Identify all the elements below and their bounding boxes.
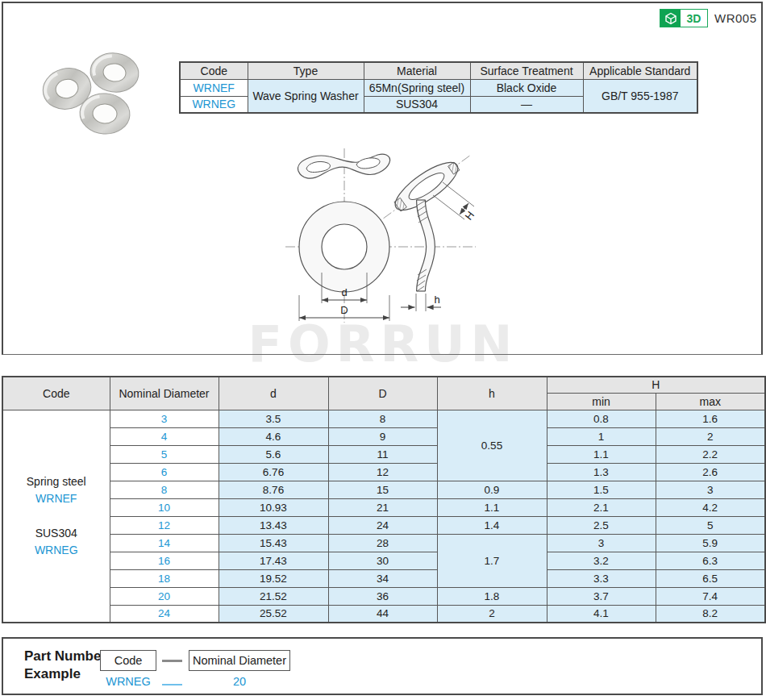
spec-header-surface-treatment: Surface Treatment xyxy=(470,62,583,79)
nominal-diameter-box: Nominal Diameter xyxy=(189,650,290,671)
h-max-cell: 4.2 xyxy=(656,498,765,516)
dim-header-h: h xyxy=(437,377,547,410)
spec-table: Code Type Material Surface Treatment App… xyxy=(179,61,698,114)
nominal-cell[interactable]: 3 xyxy=(110,410,219,427)
spec-standard-cell: GB/T 955-1987 xyxy=(583,79,697,113)
h-min-cell: 3.3 xyxy=(547,569,656,587)
nominal-cell[interactable]: 4 xyxy=(110,427,219,445)
dim-label-H: H xyxy=(463,209,477,223)
table-row: 16 17.43 30 3.2 6.3 xyxy=(2,552,765,569)
perspective-view: H xyxy=(389,155,477,223)
spec-header-row: Code Type Material Surface Treatment App… xyxy=(180,62,697,79)
d-cell: 5.6 xyxy=(219,445,328,463)
h-cell: 0.9 xyxy=(437,481,547,498)
h-min-cell: 1.3 xyxy=(547,463,656,481)
h-min-cell: 0.8 xyxy=(547,410,656,427)
h-min-cell: 3.2 xyxy=(547,552,656,569)
D-cell: 36 xyxy=(328,587,437,605)
spec-header-material: Material xyxy=(364,62,470,79)
dim-header-nominal-diameter: Nominal Diameter xyxy=(110,377,219,410)
h-min-cell: 2.5 xyxy=(547,516,656,534)
spec-type-cell: Wave Spring Washer xyxy=(248,79,364,113)
nominal-cell[interactable]: 10 xyxy=(110,498,219,516)
d-cell: 15.43 xyxy=(219,534,328,552)
spec-header-type: Type xyxy=(248,62,364,79)
table-row: 8 8.76 15 0.9 1.5 3 xyxy=(2,481,765,498)
nominal-cell[interactable]: 8 xyxy=(110,481,219,498)
dim-header-row-1: Code Nominal Diameter d D h H xyxy=(2,377,765,393)
spec-code-wrneg[interactable]: WRNEG xyxy=(180,96,248,113)
table-row: 10 10.93 21 1.1 2.1 4.2 xyxy=(2,498,765,516)
dim-label-h: h xyxy=(434,294,439,306)
wave-profile-view xyxy=(298,154,390,178)
code-box: Code xyxy=(100,650,156,671)
nominal-cell[interactable]: 20 xyxy=(110,587,219,605)
D-cell: 9 xyxy=(328,427,437,445)
code-material-1: Spring steel xyxy=(6,473,107,490)
d-cell: 25.52 xyxy=(219,605,328,623)
table-row: 24 25.52 44 2 4.1 8.2 xyxy=(2,605,765,623)
h-cell: 2 xyxy=(437,605,547,623)
spec-surface-treatment-1: Black Oxide xyxy=(470,79,583,96)
spec-surface-treatment-2: — xyxy=(470,96,583,113)
nominal-cell[interactable]: 18 xyxy=(110,569,219,587)
h-min-cell: 3 xyxy=(547,534,656,552)
code-wrnef: WRNEF xyxy=(6,490,107,507)
h-max-cell: 5.9 xyxy=(656,534,765,552)
D-cell: 44 xyxy=(328,605,437,623)
d-cell: 6.76 xyxy=(219,463,328,481)
dim-header-H-min: min xyxy=(547,393,656,410)
h-max-cell: 2.6 xyxy=(656,463,765,481)
code-summary-cell: Spring steel WRNEF SUS304 WRNEG xyxy=(2,410,110,623)
dim-header-H-max: max xyxy=(656,393,765,410)
cube-3d-icon xyxy=(660,10,681,27)
nominal-cell[interactable]: 6 xyxy=(110,463,219,481)
side-section-view: h xyxy=(401,200,441,311)
d-cell: 21.52 xyxy=(219,587,328,605)
nominal-cell[interactable]: 16 xyxy=(110,552,219,569)
table-row: 12 13.43 24 1.4 2.5 5 xyxy=(2,516,765,534)
D-cell: 11 xyxy=(328,445,437,463)
h-max-cell: 1.6 xyxy=(656,410,765,427)
h-cell: 1.8 xyxy=(437,587,547,605)
D-cell: 12 xyxy=(328,463,437,481)
table-row: 20 21.52 36 1.8 3.7 7.4 xyxy=(2,587,765,605)
spec-header-applicable-standard: Applicable Standard xyxy=(583,62,697,79)
table-row: 4 4.6 9 1 2 xyxy=(2,427,765,445)
table-row: 14 15.43 28 1.7 3 5.9 xyxy=(2,534,765,552)
d-cell: 17.43 xyxy=(219,552,328,569)
nominal-cell[interactable]: 24 xyxy=(110,605,219,623)
h-max-cell: 6.5 xyxy=(656,569,765,587)
D-cell: 34 xyxy=(328,569,437,587)
spec-code-wrnef[interactable]: WRNEF xyxy=(180,79,248,96)
spec-row-wrnef: WRNEF Wave Spring Washer 65Mn(Spring ste… xyxy=(180,79,697,96)
D-cell: 28 xyxy=(328,534,437,552)
view-3d-badge[interactable]: 3D xyxy=(660,9,708,27)
D-cell: 15 xyxy=(328,481,437,498)
code-cell-spacer xyxy=(6,507,107,525)
nominal-cell[interactable]: 5 xyxy=(110,445,219,463)
d-cell: 19.52 xyxy=(219,569,328,587)
part-number-example-title: Part Number Example xyxy=(24,648,106,683)
code-wrneg: WRNEG xyxy=(6,542,107,559)
d-cell: 4.6 xyxy=(219,427,328,445)
dash-connector xyxy=(162,660,182,662)
part-number-title-line-2: Example xyxy=(24,665,106,683)
h-min-cell: 3.7 xyxy=(547,587,656,605)
D-cell: 21 xyxy=(328,498,437,516)
h-min-cell: 1.5 xyxy=(547,481,656,498)
dim-label-d: d xyxy=(341,286,347,298)
nominal-cell[interactable]: 14 xyxy=(110,534,219,552)
nominal-cell[interactable]: 12 xyxy=(110,516,219,534)
dim-header-d: d xyxy=(219,377,328,410)
spec-material-2: SUS304 xyxy=(364,96,470,113)
code-material-2: SUS304 xyxy=(6,525,107,542)
part-number-example-section: Part Number Example Code Nominal Diamete… xyxy=(2,637,763,695)
h-cell: 0.55 xyxy=(437,410,547,481)
dim-header-D: D xyxy=(328,377,437,410)
badge-3d-label: 3D xyxy=(681,10,707,27)
table-row: 5 5.6 11 1.1 2.2 xyxy=(2,445,765,463)
h-min-cell: 1 xyxy=(547,427,656,445)
D-cell: 8 xyxy=(328,410,437,427)
h-cell: 1.1 xyxy=(437,498,547,516)
